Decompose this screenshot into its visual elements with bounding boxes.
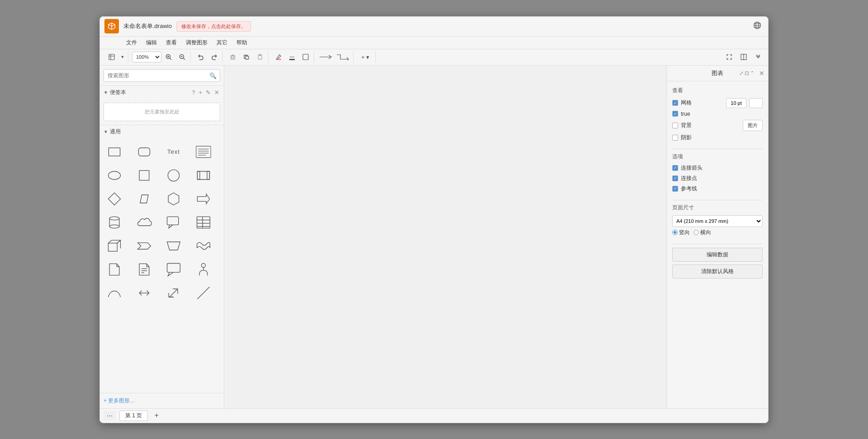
background-image-btn[interactable]: 图片 [743, 120, 763, 131]
svg-rect-21 [289, 59, 295, 60]
shapes-grid: Text [100, 138, 224, 307]
add-btn[interactable]: + ▾ [357, 51, 373, 63]
shape-hexagon[interactable] [163, 188, 184, 210]
notepad-section-header[interactable]: ▼ 便签本 ? + ✎ ✕ [100, 86, 224, 99]
grid-value-input[interactable] [726, 98, 746, 108]
toolbar-zoom-group: 100% 75% 50% 150% 200% [130, 51, 191, 63]
shape-trapezoid[interactable] [163, 235, 184, 257]
landscape-radio[interactable]: 横向 [693, 229, 711, 236]
line-color-btn[interactable] [286, 51, 298, 63]
page-size-select[interactable]: A4 (210 mm x 297 mm) A3 (297 mm x 420 mm… [672, 215, 763, 227]
page-layout-btn[interactable] [105, 51, 118, 63]
grid-checkbox[interactable] [672, 100, 678, 106]
shape-curve[interactable] [104, 282, 125, 304]
menu-edit[interactable]: 编辑 [142, 38, 160, 47]
shape-wave[interactable] [193, 235, 214, 257]
svg-point-33 [108, 171, 121, 179]
zoom-out-btn[interactable] [176, 51, 189, 63]
shape-style-btn[interactable] [299, 51, 312, 63]
shape-table[interactable] [193, 212, 214, 233]
shape-rounded-rect[interactable] [133, 141, 155, 163]
grid-color-btn[interactable] [749, 98, 763, 108]
canvas-wrapper: 知乎用户 [224, 66, 666, 408]
shadow-label: 阴影 [681, 134, 763, 142]
notepad-add-btn[interactable]: + [198, 89, 203, 96]
notepad-close-btn[interactable]: ✕ [213, 89, 220, 96]
bottom-menu-btn[interactable]: ⋯ [104, 411, 116, 420]
shape-line[interactable] [193, 282, 214, 304]
general-section-header[interactable]: ▼ 通用 [100, 125, 224, 138]
shape-3d-box[interactable] [104, 235, 125, 257]
collapse-icon[interactable]: ⌃ [750, 70, 755, 76]
menu-file[interactable]: 文件 [123, 38, 141, 47]
shape-diamond[interactable] [104, 188, 125, 210]
more-shapes-btn[interactable]: + 更多图形... [104, 397, 220, 405]
zoom-in-btn[interactable] [162, 51, 175, 63]
undo-btn[interactable] [194, 51, 207, 63]
page-view-checkbox[interactable] [672, 111, 678, 117]
shadow-checkbox[interactable] [672, 135, 678, 141]
main-content: 🔍 ▼ 便签本 ? + ✎ ✕ 把元素拖至此处 [100, 66, 768, 408]
collapse-btn[interactable] [752, 51, 764, 63]
shape-ellipse-h[interactable] [104, 165, 125, 186]
unsaved-notice[interactable]: 修改未保存，点击此处保存。 [176, 21, 251, 32]
shape-chevron[interactable] [133, 235, 155, 257]
notepad-arrow-icon: ▼ [104, 90, 108, 95]
shape-square[interactable] [133, 165, 155, 186]
edit-data-btn[interactable]: 编辑数据 [672, 248, 763, 262]
copy-btn[interactable] [240, 51, 253, 63]
split-icon[interactable]: ⊡ [745, 70, 749, 76]
globe-icon[interactable] [753, 21, 764, 32]
shapes-section: ▼ 通用 [100, 125, 224, 307]
shape-cylinder[interactable] [104, 212, 125, 233]
menu-other[interactable]: 其它 [213, 38, 231, 47]
shape-doc-lines[interactable] [193, 141, 214, 163]
connect-point-checkbox[interactable] [672, 175, 678, 181]
guideline-checkbox[interactable] [672, 186, 678, 192]
menu-view[interactable]: 查看 [162, 38, 180, 47]
shape-cloud[interactable] [133, 212, 155, 233]
shape-speech-bubble[interactable] [163, 212, 184, 233]
menu-adjust[interactable]: 调整图形 [182, 38, 211, 47]
notepad-drop-zone[interactable]: 把元素拖至此处 [104, 103, 220, 121]
zoom-select[interactable]: 100% 75% 50% 150% 200% [132, 52, 161, 62]
panel-close-btn[interactable]: ✕ [759, 70, 764, 77]
menu-help[interactable]: 帮助 [233, 38, 251, 47]
fill-color-btn[interactable] [272, 51, 285, 63]
shape-parallelogram[interactable] [133, 188, 155, 210]
delete-btn[interactable] [226, 51, 239, 63]
notepad-help-btn[interactable]: ? [191, 89, 196, 96]
shape-text[interactable]: Text [163, 141, 184, 163]
portrait-radio[interactable]: 竖向 [672, 229, 690, 236]
shape-callout[interactable] [163, 259, 184, 280]
shape-circle[interactable] [163, 165, 184, 186]
shape-person[interactable] [193, 259, 214, 280]
add-page-btn[interactable]: + [151, 411, 161, 420]
redo-btn[interactable] [208, 51, 221, 63]
clear-style-btn[interactable]: 清除默认风格 [672, 264, 763, 279]
svg-rect-15 [231, 56, 235, 59]
grid-row: 网格 [672, 98, 763, 108]
connector-style-btn[interactable] [335, 51, 351, 63]
svg-rect-22 [303, 54, 308, 60]
shape-doc-fold[interactable] [133, 259, 155, 280]
background-checkbox[interactable] [672, 123, 678, 128]
shape-double-arrow[interactable] [133, 282, 155, 304]
shape-arrow-up-right[interactable] [163, 282, 184, 304]
shape-arrow-right[interactable] [193, 188, 214, 210]
search-input[interactable] [104, 69, 220, 82]
connect-arrow-checkbox[interactable] [672, 165, 678, 171]
page-tab-1[interactable]: 第 1 页 [119, 411, 148, 421]
page-dropdown-btn[interactable]: ▼ [119, 51, 126, 63]
paste-btn[interactable] [254, 51, 266, 63]
shape-rect[interactable] [104, 141, 125, 163]
expand-icon[interactable]: ⤢ [739, 70, 744, 76]
fullscreen-btn[interactable] [723, 51, 736, 63]
notepad-edit-btn[interactable]: ✎ [205, 89, 212, 96]
shape-film[interactable] [193, 165, 214, 186]
page-size-title: 页面尺寸 [672, 204, 763, 212]
shape-doc[interactable] [104, 259, 125, 280]
options-section-title: 选项 [672, 153, 763, 160]
arrow-style-btn[interactable] [318, 51, 334, 63]
split-view-btn[interactable] [737, 51, 750, 63]
